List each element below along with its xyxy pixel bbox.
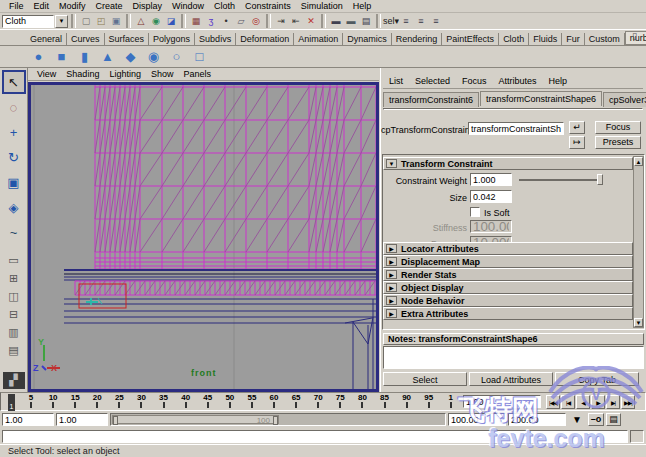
- shelf-tab-curves[interactable]: Curves: [67, 33, 105, 45]
- shelf-nurbs-cone[interactable]: ▲: [97, 47, 118, 66]
- output-connections-icon[interactable]: ⇤: [289, 14, 303, 28]
- constraint-weight-slider-handle[interactable]: [597, 174, 603, 185]
- ae-menu-selected[interactable]: Selected: [409, 76, 456, 88]
- animation-end-field[interactable]: [508, 413, 566, 426]
- shelf-tab-fur[interactable]: Fur: [562, 33, 585, 45]
- section-displacement-map[interactable]: ▶Displacement Map: [383, 255, 633, 268]
- current-frame-marker[interactable]: 1: [8, 394, 15, 411]
- constraint-weight-slider[interactable]: [519, 179, 601, 181]
- load-attributes-button[interactable]: Load Attributes: [469, 372, 553, 386]
- expand-arrow-icon[interactable]: ▶: [386, 270, 397, 279]
- render-globals-icon[interactable]: ▤: [359, 14, 373, 28]
- shelf-nurbs-torus[interactable]: ◉: [143, 47, 164, 66]
- step-back-key-button[interactable]: |◀: [561, 395, 575, 409]
- range-slider-track[interactable]: 100: [110, 413, 446, 426]
- rotate-tool[interactable]: ↻: [2, 145, 26, 169]
- section-extra-attributes[interactable]: ▶Extra Attributes: [383, 307, 633, 320]
- show-manipulator-tool[interactable]: ◈: [2, 195, 26, 219]
- shelf-tab-custom[interactable]: Custom: [585, 33, 625, 45]
- ae-menu-focus[interactable]: Focus: [456, 76, 493, 88]
- step-forward-frame-button[interactable]: ▶|: [606, 395, 620, 409]
- command-results-box[interactable]: [630, 430, 644, 443]
- presets-button[interactable]: Presets: [595, 136, 641, 149]
- shelf-nurbs-cylinder[interactable]: ▮: [74, 47, 95, 66]
- move-tool[interactable]: +: [2, 120, 26, 144]
- snap-view-plane-icon[interactable]: ▱: [234, 14, 248, 28]
- shelf-tab-surfaces[interactable]: Surfaces: [105, 33, 150, 45]
- ae-menu-help[interactable]: Help: [543, 76, 574, 88]
- panel-menu-lighting[interactable]: Lighting: [104, 69, 146, 79]
- shelf-trash-icon[interactable]: ▯: [628, 31, 641, 44]
- constraint-weight-field[interactable]: [470, 173, 512, 186]
- panel-menu-shading[interactable]: Shading: [61, 69, 104, 79]
- scroll-down-icon[interactable]: ▼: [634, 318, 643, 327]
- shelf-tab-dynamics[interactable]: Dynamics: [343, 33, 392, 45]
- select-node-icon[interactable]: ↵: [569, 121, 585, 134]
- playback-range-bar[interactable]: 100: [112, 415, 279, 424]
- collapse-arrow-icon[interactable]: ▼: [386, 159, 397, 168]
- character-set-menu-icon[interactable]: ▼: [568, 414, 586, 425]
- open-scene-icon[interactable]: ◰: [94, 14, 108, 28]
- selection-mask-dropdown[interactable]: sel▾: [384, 14, 398, 28]
- layout-two-pane-side[interactable]: ◫: [3, 288, 25, 305]
- node-name-field[interactable]: [468, 122, 564, 135]
- shelf-nurbs-cube[interactable]: ■: [51, 47, 72, 66]
- list-history-icon[interactable]: ≡: [429, 14, 443, 28]
- select-hierarchy-icon[interactable]: △: [134, 14, 148, 28]
- list-input-icon[interactable]: ≡: [399, 14, 413, 28]
- panel-menu-show[interactable]: Show: [146, 69, 179, 79]
- shelf-tab-fluids[interactable]: Fluids: [529, 33, 562, 45]
- lasso-tool[interactable]: ◌: [2, 95, 26, 119]
- snap-curve-icon[interactable]: ʒ: [204, 14, 218, 28]
- ipr-render-icon[interactable]: ▬: [344, 14, 358, 28]
- shelf-tab-animation[interactable]: Animation: [294, 33, 343, 45]
- play-forward-button[interactable]: ▶: [591, 395, 605, 409]
- menu-simulation[interactable]: Simulation: [296, 1, 348, 11]
- save-scene-icon[interactable]: ▣: [109, 14, 123, 28]
- size-field[interactable]: [470, 190, 512, 203]
- expand-arrow-icon[interactable]: ▶: [386, 257, 397, 266]
- layout-hypergraph[interactable]: ▤: [3, 342, 25, 359]
- scroll-up-icon[interactable]: ▲: [634, 157, 643, 166]
- menu-window[interactable]: Window: [167, 1, 209, 11]
- select-component-icon[interactable]: ◪: [164, 14, 178, 28]
- section-node-behavior[interactable]: ▶Node Behavior: [383, 294, 633, 307]
- current-time-field[interactable]: [463, 395, 541, 408]
- layout-two-pane-stacked[interactable]: ⊟: [3, 306, 25, 323]
- shelf-nurbs-circle[interactable]: ○: [166, 47, 187, 66]
- layout-persp-outliner[interactable]: ▥: [3, 324, 25, 341]
- notes-box[interactable]: [383, 346, 644, 369]
- section-render-stats[interactable]: ▶Render Stats: [383, 268, 633, 281]
- range-start-handle[interactable]: [113, 416, 118, 425]
- select-tool[interactable]: ↖: [2, 70, 26, 94]
- go-to-end-button[interactable]: ▶▶|: [621, 395, 635, 409]
- shelf-tab-general[interactable]: General: [26, 33, 67, 45]
- viewport-canvas[interactable]: front Y Z X: [28, 82, 379, 392]
- new-scene-icon[interactable]: ▢: [79, 14, 93, 28]
- menu-file[interactable]: File: [4, 1, 29, 11]
- menu-set-dropdown-arrow-icon[interactable]: ▼: [55, 15, 68, 28]
- playback-start-field[interactable]: [56, 413, 108, 426]
- shelf-tab-rendering[interactable]: Rendering: [392, 33, 443, 45]
- command-line-input[interactable]: [2, 430, 628, 443]
- range-end-handle[interactable]: [273, 416, 278, 425]
- expand-arrow-icon[interactable]: ▶: [386, 309, 397, 318]
- snap-point-icon[interactable]: •: [219, 14, 233, 28]
- select-button[interactable]: Select: [383, 372, 467, 386]
- playback-end-field[interactable]: [448, 413, 506, 426]
- list-output-icon[interactable]: ≡: [414, 14, 428, 28]
- layout-single-pane[interactable]: ▭: [3, 252, 25, 269]
- section-transform-constraint[interactable]: ▼ Transform Constraint: [383, 157, 633, 170]
- menu-display[interactable]: Display: [128, 1, 168, 11]
- expand-arrow-icon[interactable]: ▶: [386, 244, 397, 253]
- menu-modify[interactable]: Modify: [54, 1, 91, 11]
- expand-arrow-icon[interactable]: ▶: [386, 283, 397, 292]
- shelf-tab-polygons[interactable]: Polygons: [149, 33, 195, 45]
- menu-constraints[interactable]: Constraints: [240, 1, 296, 11]
- ae-tab-transformconstraintshape6[interactable]: transformConstraintShape6: [480, 91, 602, 106]
- menu-edit[interactable]: Edit: [29, 1, 55, 11]
- menu-set-dropdown[interactable]: Cloth: [2, 15, 54, 28]
- time-slider[interactable]: 1 51015202530354045505560657075808590951…: [0, 392, 646, 411]
- go-to-start-button[interactable]: |◀◀: [546, 395, 560, 409]
- layout-four-pane[interactable]: ⊞: [3, 270, 25, 287]
